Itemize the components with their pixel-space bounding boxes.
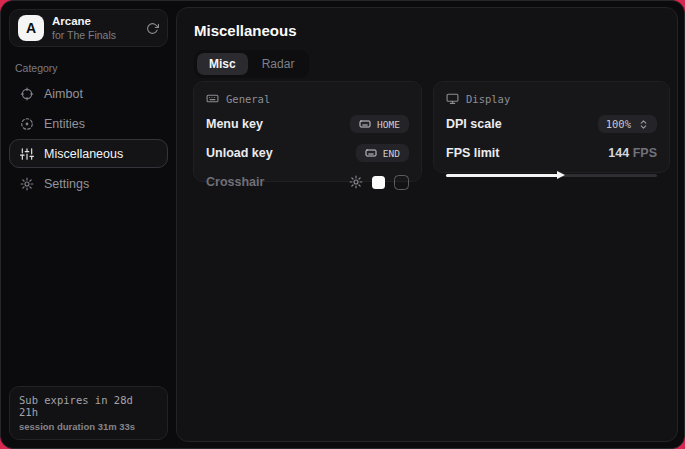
brand-name: Arcane: [52, 15, 116, 28]
brand-text: Arcane for The Finals: [52, 15, 116, 40]
unload-key-value: END: [383, 148, 400, 159]
sliders-icon: [20, 147, 34, 161]
keyboard-icon: [359, 118, 371, 130]
crosshair-icon: [20, 87, 34, 101]
display-card-title: Display: [466, 93, 510, 105]
scan-icon: [20, 117, 34, 131]
crosshair-color-swatch[interactable]: [372, 176, 385, 189]
tab-radar[interactable]: Radar: [250, 53, 307, 75]
subscription-card: Sub expires in 28d 21h session duration …: [9, 386, 168, 440]
dpi-scale-value: 100%: [606, 118, 631, 130]
sidebar-item-label: Aimbot: [44, 87, 83, 101]
crosshair-row: Crosshair: [206, 172, 409, 192]
unload-key-row: Unload key END: [206, 143, 409, 163]
sidebar-item-label: Entities: [44, 117, 85, 131]
page-title: Miscellaneous: [194, 22, 660, 39]
fps-slider-fill: [446, 174, 558, 177]
sidebar-item-aimbot[interactable]: Aimbot: [9, 79, 168, 108]
fps-number: 144: [608, 146, 629, 160]
tab-bar: Misc Radar: [194, 50, 309, 78]
gear-icon[interactable]: [349, 175, 363, 189]
dpi-scale-row: DPI scale 100%: [446, 114, 657, 134]
tab-misc[interactable]: Misc: [197, 53, 248, 75]
fps-unit: FPS: [629, 146, 657, 160]
crosshair-controls: [349, 175, 409, 190]
keyboard-icon: [206, 92, 219, 105]
menu-key-label: Menu key: [206, 117, 263, 131]
category-label: Category: [15, 62, 162, 74]
gear-icon: [20, 177, 34, 191]
sidebar-item-settings[interactable]: Settings: [9, 169, 168, 198]
brand-subtitle: for The Finals: [52, 29, 116, 41]
general-card-header: General: [206, 92, 409, 105]
session-duration-text: session duration 31m 33s: [19, 421, 158, 432]
crosshair-checkbox[interactable]: [394, 175, 409, 190]
crosshair-label: Crosshair: [206, 175, 264, 189]
sub-expiry-text: Sub expires in 28d 21h: [19, 394, 158, 418]
menu-key-value: HOME: [377, 119, 400, 130]
fps-limit-row: FPS limit 144 FPS: [446, 143, 657, 163]
chevrons-up-down-icon: [638, 119, 649, 130]
sidebar-item-label: Miscellaneous: [44, 147, 123, 161]
menu-key-bind-button[interactable]: HOME: [350, 115, 409, 133]
menu-key-row: Menu key HOME: [206, 114, 409, 134]
app-window: A Arcane for The Finals Category Aimbot: [0, 0, 685, 449]
dpi-scale-select[interactable]: 100%: [598, 115, 657, 133]
general-card: General Menu key HOME Unload key END: [193, 81, 422, 182]
display-card: Display DPI scale 100% FPS limit 144 FPS: [433, 81, 670, 173]
fps-limit-value: 144 FPS: [608, 146, 657, 160]
general-card-title: General: [226, 93, 270, 105]
arcane-logo: A: [18, 15, 44, 41]
main-panel: Miscellaneous Misc Radar General Menu ke…: [176, 7, 678, 442]
keyboard-icon: [365, 147, 377, 159]
display-card-header: Display: [446, 92, 657, 105]
brand-card: A Arcane for The Finals: [9, 9, 168, 47]
refresh-icon[interactable]: [146, 22, 159, 35]
sidebar: A Arcane for The Finals Category Aimbot: [1, 1, 176, 448]
unload-key-bind-button[interactable]: END: [356, 144, 409, 162]
unload-key-label: Unload key: [206, 146, 273, 160]
monitor-icon: [446, 92, 459, 105]
dpi-scale-label: DPI scale: [446, 117, 502, 131]
fps-limit-label: FPS limit: [446, 146, 499, 160]
fps-slider[interactable]: [446, 171, 657, 180]
sidebar-item-miscellaneous[interactable]: Miscellaneous: [9, 139, 168, 168]
sidebar-item-entities[interactable]: Entities: [9, 109, 168, 138]
fps-slider-thumb[interactable]: [557, 171, 565, 179]
sidebar-item-label: Settings: [44, 177, 89, 191]
sidebar-nav: Aimbot Entities Miscellaneous Settings: [9, 79, 168, 198]
